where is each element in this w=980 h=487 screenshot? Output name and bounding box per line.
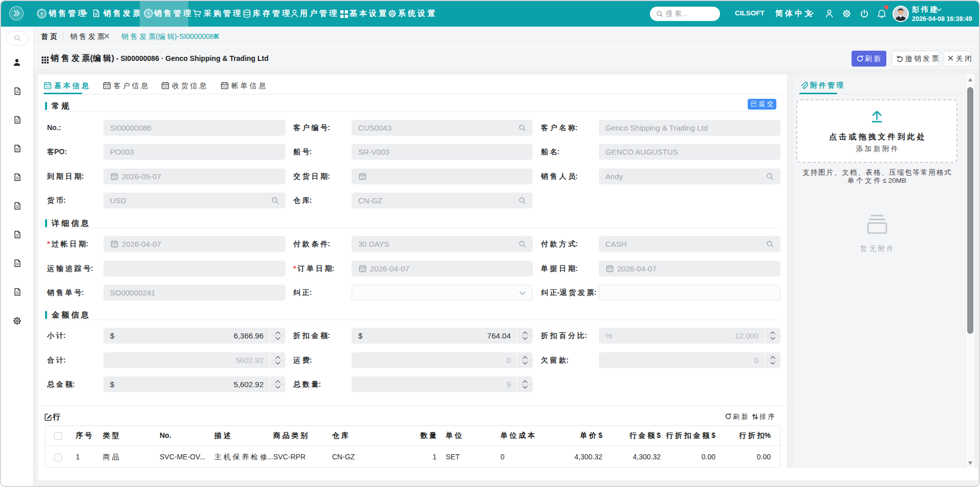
svg-text:S: S — [40, 11, 43, 16]
svg-text:S: S — [147, 11, 150, 16]
